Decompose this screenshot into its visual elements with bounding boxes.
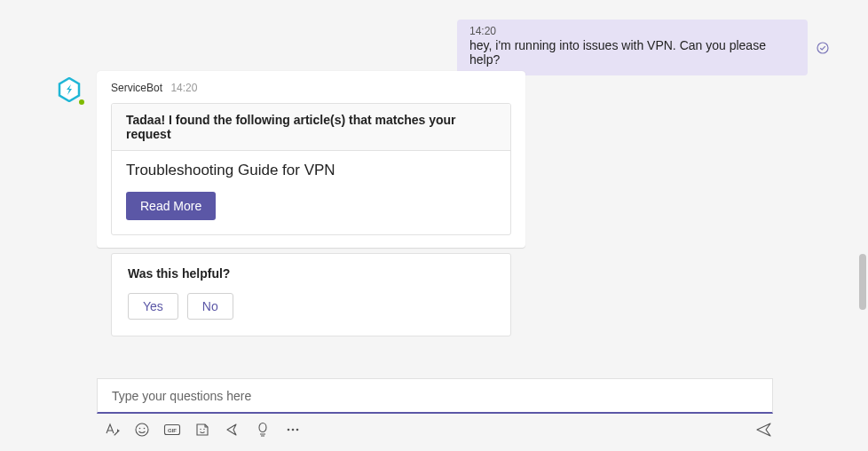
compose-toolbar: GIF	[103, 417, 773, 442]
svg-point-3	[139, 428, 141, 430]
user-message-time: 14:20	[470, 25, 795, 37]
compose-input[interactable]	[110, 388, 760, 404]
svg-point-2	[136, 423, 148, 436]
compose-box[interactable]	[97, 378, 773, 414]
svg-point-4	[144, 428, 146, 430]
feedback-buttons: Yes No	[128, 293, 494, 320]
user-message-row: 14:20 hey, i'm running into issues with …	[457, 20, 829, 75]
article-title: Troubleshooting Guide for VPN	[126, 162, 496, 179]
svg-point-10	[288, 429, 290, 431]
sticker-icon[interactable]	[193, 421, 211, 439]
svg-point-0	[817, 43, 828, 53]
send-icon[interactable]	[755, 421, 773, 439]
feedback-question: Was this helpful?	[128, 266, 494, 281]
priority-icon[interactable]	[224, 421, 241, 439]
bot-message-time: 14:20	[170, 82, 197, 94]
bot-message-header: ServiceBot 14:20	[97, 71, 525, 99]
format-icon[interactable]	[103, 421, 121, 439]
bot-avatar[interactable]	[57, 77, 85, 106]
approval-icon[interactable]	[254, 421, 272, 439]
svg-point-12	[296, 429, 299, 431]
chat-area: 14:20 hey, i'm running into issues with …	[0, 0, 856, 373]
presence-available-icon	[77, 98, 86, 107]
svg-point-7	[200, 429, 201, 430]
svg-text:GIF: GIF	[168, 428, 177, 433]
svg-point-8	[203, 429, 204, 430]
article-card-header: Tadaa! I found the following article(s) …	[112, 104, 510, 151]
more-icon[interactable]	[284, 421, 302, 439]
gif-icon[interactable]: GIF	[163, 421, 181, 439]
feedback-card: Was this helpful? Yes No	[111, 253, 511, 336]
bot-name: ServiceBot	[111, 82, 162, 94]
svg-point-9	[259, 423, 266, 432]
article-card-body: Troubleshooting Guide for VPN Read More	[112, 151, 510, 234]
scrollbar-thumb[interactable]	[859, 254, 866, 310]
emoji-icon[interactable]	[133, 421, 151, 439]
feedback-yes-button[interactable]: Yes	[128, 293, 178, 320]
bot-message-card: ServiceBot 14:20 Tadaa! I found the foll…	[97, 71, 525, 248]
feedback-no-button[interactable]: No	[187, 293, 233, 320]
read-receipt-icon	[817, 42, 829, 54]
scrollbar-track[interactable]	[857, 0, 866, 451]
svg-point-11	[292, 429, 295, 431]
article-card: Tadaa! I found the following article(s) …	[111, 103, 511, 235]
user-message-bubble[interactable]: 14:20 hey, i'm running into issues with …	[457, 20, 808, 75]
user-message-text: hey, i'm running into issues with VPN. C…	[470, 38, 795, 67]
read-more-button[interactable]: Read More	[126, 192, 216, 220]
